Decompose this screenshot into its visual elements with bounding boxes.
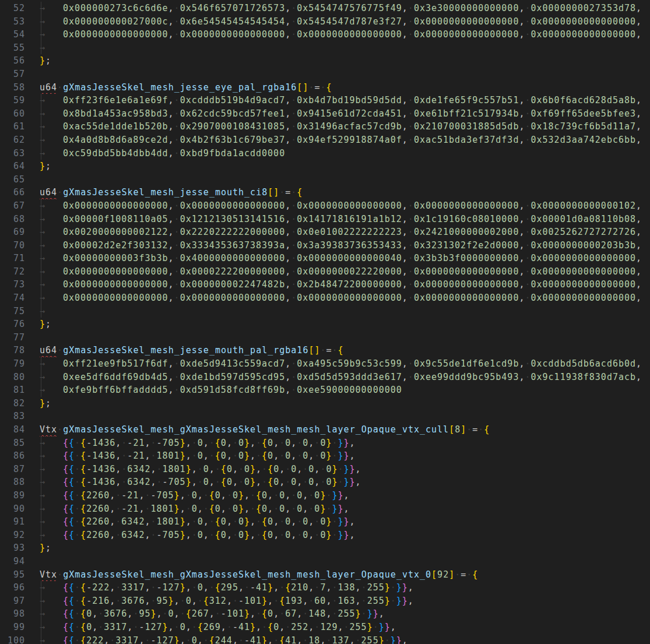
number-token: 41 [238,622,250,632]
code-line: 94 [0,555,650,568]
space-whitespace-dots: · [338,477,343,487]
tab-whitespace-icon: → [40,291,63,305]
number-token: 0 [268,608,273,619]
number-token: 0x0000222200000000 [180,266,286,277]
code-line: 91→{{·{2260,·6342,·1801},·0,·{0,·0},·{0,… [0,515,650,529]
punctuation-token: , [279,464,285,474]
bracket-token: { [256,490,262,501]
space-whitespace-dots: · [192,451,198,461]
space-whitespace-dots: · [180,596,186,606]
punctuation-token: , [168,279,174,290]
number-token: 0x0000000000000000 [531,253,637,263]
punctuation-token: , [636,227,642,237]
punctuation-token: - [244,635,250,644]
tab-whitespace-icon: → [40,581,63,594]
code-line-content: →0x000000000027000c,·0x6e54545454545454,… [40,15,650,29]
code-line: 84Vtx·gXmasJesseSkel_mesh_gXmasJesseSkel… [0,423,650,437]
number-token: 1436 [92,438,115,448]
punctuation-token: , [115,477,121,487]
line-number: 73 [0,278,40,291]
space-whitespace-dots: · [75,490,80,501]
number-token: 0 [320,516,326,527]
punctuation-token: , [139,490,145,501]
space-whitespace-dots: · [133,608,139,619]
number-token: 0 [203,464,209,474]
number-token: 0 [320,530,326,540]
space-whitespace-dots: · [408,135,414,145]
punctuation-token: - [139,622,145,632]
bracket-token: [ [268,187,273,198]
number-token: 0x0000000000000000 [297,29,402,40]
punctuation-token: , [250,530,256,540]
punctuation-token: , [256,622,262,632]
space-whitespace-dots: · [174,622,180,632]
number-token: 0x0000000000000000 [63,266,168,277]
space-whitespace-dots: · [115,582,121,593]
bracket-token: } [40,319,45,329]
punctuation-token: , [180,490,186,501]
number-token: 0xac55de1dde1b520b [63,121,168,132]
punctuation-token: , [209,464,215,474]
bracket-token: ] [273,187,279,198]
bracket-token: { [69,464,75,474]
number-token: 95 [139,608,150,619]
bracket-token: } [174,504,180,514]
bracket-token: } [379,622,385,632]
punctuation-token: , [168,214,174,224]
number-token: 255 [367,582,385,593]
code-line-content: →0x8bd1a453ac958bd3,·0x62cdc59bcd57fee1,… [40,107,650,121]
punctuation-token: , [174,596,180,606]
punctuation-token: , [326,608,332,619]
space-whitespace-dots: · [57,569,63,580]
code-line: 95Vtx·gXmasJesseSkel_mesh_gXmasJesseSkel… [0,568,650,582]
code-line: 55→ [0,41,650,55]
bracket-token: { [268,464,273,474]
space-whitespace-dots: · [150,516,156,527]
bracket-token: } [338,451,343,461]
code-line-content: →{{·{0,·3676,·95},·0,·{267,·-101},·{0,·6… [40,607,650,621]
number-token: 0x2421000000002000 [414,227,519,237]
punctuation-token: , [233,477,238,487]
code-line: 80→0xee5df6ddf69db4d5,·0xde1bd597d595cd9… [0,371,650,384]
bracket-token: } [186,464,192,474]
space-whitespace-dots: · [145,504,150,514]
punctuation-token: = [472,424,478,435]
code-editor[interactable]: 52→0x000000273c6c6d6e,·0x546f65707172657… [0,0,650,644]
punctuation-token: - [233,622,238,632]
punctuation-token: , [110,490,115,501]
space-whitespace-dots: · [361,608,367,619]
punctuation-token: - [127,438,133,448]
line-number: 98 [0,607,40,621]
type-token: Vtx [40,569,57,580]
number-token: 0 [198,516,203,527]
number-token: 0 [285,516,291,527]
line-number: 68 [0,213,40,226]
number-token: 0x0000000000203b3b [531,240,637,251]
punctuation-token: , [285,16,291,27]
line-number: 79 [0,357,40,371]
code-line-content: u64·gXmasJesseSkel_mesh_jesse_eye_pal_rg… [40,81,650,94]
punctuation-token: - [250,582,256,593]
punctuation-token: , [209,477,215,487]
number-token: 0 [268,516,273,527]
number-token: 0x0000000000000000 [63,29,168,40]
number-token: 0x546f657071726573 [180,3,286,13]
space-whitespace-dots: · [227,504,233,514]
punctuation-token: , [402,214,408,224]
bracket-token: { [268,622,273,632]
punctuation-token: , [519,293,525,303]
tab-whitespace-icon: → [40,305,63,318]
punctuation-token: , [168,266,174,277]
line-number: 58 [0,81,40,94]
punctuation-token: , [250,438,256,448]
bracket-token: } [385,582,391,593]
space-whitespace-dots: · [256,608,262,619]
tab-whitespace-icon: → [40,94,63,107]
space-whitespace-dots: · [408,372,414,382]
code-line: 68→0x00000f1008110a05,·0x121213051314151… [0,213,650,226]
bracket-token: { [80,464,86,474]
bracket-token: } [250,477,256,487]
punctuation-token: , [408,596,414,606]
space-whitespace-dots: · [525,3,530,13]
number-token: 0x2220222222000000 [180,227,286,237]
